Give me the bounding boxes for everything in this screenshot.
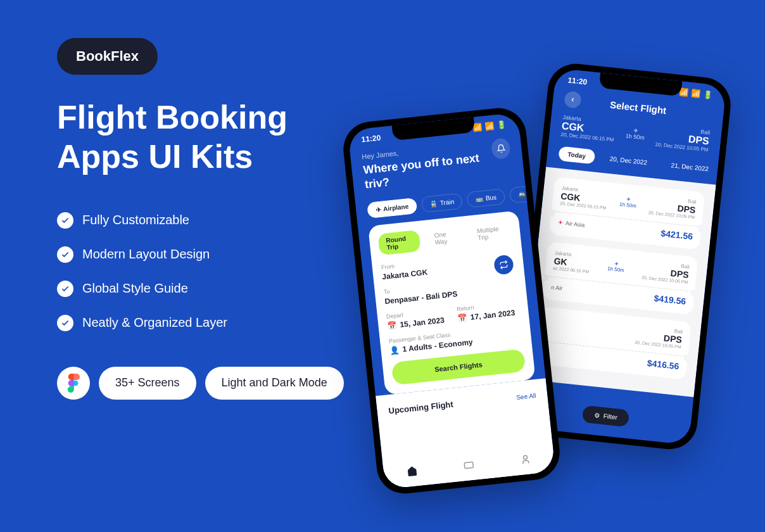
nav-home[interactable] bbox=[404, 463, 420, 479]
logo-badge: BookFlex bbox=[57, 38, 158, 75]
filter-icon: ⚙ bbox=[593, 412, 600, 419]
svg-point-2 bbox=[523, 455, 528, 460]
notification-button[interactable] bbox=[491, 137, 511, 160]
feature-item: Global Style Guide bbox=[57, 281, 374, 297]
search-flights-button[interactable]: Search Flights bbox=[391, 348, 526, 385]
status-icons: 📶📶🔋 bbox=[472, 120, 507, 132]
date-tab[interactable]: 20, Dec 2022 bbox=[600, 151, 657, 171]
screens-badge: 35+ Screens bbox=[99, 367, 196, 400]
svg-rect-1 bbox=[464, 462, 473, 468]
feature-list: Fully Customizable Modern Layout Design … bbox=[57, 212, 374, 331]
check-icon bbox=[57, 315, 73, 331]
status-icons: 📶📶🔋 bbox=[679, 87, 713, 99]
date-tab[interactable]: 21, Dec 2022 bbox=[662, 157, 718, 177]
filter-button[interactable]: ⚙Filter bbox=[582, 405, 630, 428]
main-title: Flight Booking Apps UI Kits bbox=[57, 98, 374, 177]
return-field[interactable]: Return📅17, Jan 2023 bbox=[457, 300, 520, 323]
feature-item: Fully Customizable bbox=[57, 212, 374, 229]
see-all-link[interactable]: See All bbox=[516, 392, 536, 401]
plane-icon: ✈ bbox=[376, 206, 381, 213]
depart-field[interactable]: Depart📅15, Jan 2023 bbox=[386, 307, 449, 330]
check-icon bbox=[57, 281, 73, 297]
flight-card[interactable]: JakartaGKec 2022 06:15 PM ✈1h 50m BaliDP… bbox=[542, 242, 698, 315]
upcoming-title: Upcoming Flight bbox=[388, 399, 454, 415]
date-tab-today[interactable]: Today bbox=[558, 146, 595, 165]
check-icon bbox=[57, 246, 73, 263]
calendar-icon: 📅 bbox=[387, 320, 397, 330]
feature-item: Neatly & Organized Layer bbox=[57, 315, 374, 331]
plane-icon: ✈1h 50m bbox=[625, 126, 645, 141]
ship-icon: 🚢 bbox=[517, 191, 526, 198]
bus-icon: 🚌 bbox=[475, 195, 483, 203]
tab-train[interactable]: 🚆Train bbox=[421, 193, 464, 213]
tab-round-trip[interactable]: Round Trip bbox=[377, 230, 420, 256]
mode-badge: Light and Dark Mode bbox=[205, 367, 344, 400]
search-card: Round Trip One Way Multiple Trip From Ja… bbox=[368, 210, 536, 395]
nav-tickets[interactable] bbox=[460, 457, 477, 473]
person-icon: 👤 bbox=[389, 345, 400, 355]
nav-profile[interactable] bbox=[517, 451, 534, 467]
calendar-icon: 📅 bbox=[457, 313, 467, 322]
check-icon bbox=[57, 212, 73, 229]
phone-mockups: 11:20📶📶🔋 Select Flight JakartaCGK20, Dec… bbox=[360, 38, 752, 532]
phone-search: 11:20📶📶🔋 Hey James,Where you off to next… bbox=[341, 105, 562, 496]
tab-multi-trip[interactable]: Multiple Trip bbox=[469, 220, 512, 246]
train-icon: 🚆 bbox=[429, 200, 438, 207]
badges: 35+ Screens Light and Dark Mode bbox=[57, 367, 374, 400]
figma-badge bbox=[57, 367, 90, 400]
tab-bus[interactable]: 🚌Bus bbox=[467, 188, 506, 208]
feature-item: Modern Layout Design bbox=[57, 246, 374, 263]
tab-one-way[interactable]: One Way bbox=[426, 225, 464, 251]
flight-card[interactable]: JakartaCGK20, Dec 2022 06:15 PM ✈1h 50m … bbox=[549, 177, 705, 250]
figma-icon bbox=[66, 374, 80, 393]
flight-card[interactable]: BaliDPS20, Dec 2022 10:05 PM $416.56 bbox=[536, 307, 692, 379]
